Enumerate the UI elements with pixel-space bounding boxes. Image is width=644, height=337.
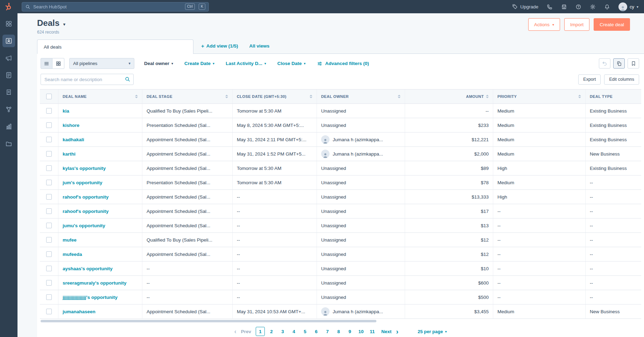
deal-name-link[interactable]: jumanahaseen — [63, 309, 95, 314]
deal-name-link[interactable]: mufee — [63, 237, 77, 243]
phone-icon[interactable] — [547, 4, 553, 10]
row-checkbox[interactable] — [46, 108, 52, 114]
filter-create-date[interactable]: Create Date▾ — [184, 61, 214, 66]
edit-columns-button[interactable]: Edit columns — [604, 74, 639, 85]
row-checkbox[interactable] — [46, 251, 52, 257]
row-checkbox[interactable] — [46, 122, 52, 128]
horizontal-scrollbar[interactable] — [41, 320, 641, 323]
notifications-icon[interactable] — [604, 4, 610, 10]
save-view-button[interactable] — [628, 58, 639, 69]
undo-button[interactable] — [599, 58, 610, 69]
page-button-8[interactable]: 8 — [334, 327, 343, 336]
column-header-amount[interactable]: AMOUNT — [405, 89, 493, 103]
column-header-deal-name[interactable]: DEAL NAME — [58, 89, 142, 103]
sidebar-item-grid[interactable] — [2, 17, 15, 30]
row-checkbox[interactable] — [46, 151, 52, 157]
global-search-input[interactable]: Search HubSpot Ctrl K — [22, 2, 209, 12]
chevron-down-icon: ▾ — [304, 62, 305, 65]
next-button[interactable]: Next — [381, 329, 391, 334]
deal-name-link[interactable]: mufeeda — [63, 252, 82, 257]
row-checkbox[interactable] — [46, 180, 52, 185]
import-button[interactable]: Import — [564, 18, 589, 31]
page-title-group[interactable]: Deals ▾ 624 records — [37, 18, 65, 35]
close-date-cell: -- — [233, 276, 317, 290]
deal-name-link[interactable]: jumu's opportunity — [63, 223, 105, 228]
page-button-10[interactable]: 10 — [356, 327, 366, 336]
row-checkbox[interactable] — [46, 223, 52, 228]
deal-name-link[interactable]: jjjjjjjjjjjjjjjjjj's opportunity — [63, 295, 118, 300]
row-checkbox[interactable] — [46, 208, 52, 214]
settings-icon[interactable] — [590, 4, 596, 10]
deals-card: All pipelines ▾ Deal owner▾ Create Date▾… — [37, 54, 644, 337]
row-checkbox[interactable] — [46, 280, 52, 286]
add-view-button[interactable]: + Add view (1/5) — [201, 43, 238, 49]
table-search-input[interactable] — [41, 74, 134, 85]
deal-name-link[interactable]: rahoof's opportunity — [63, 194, 108, 200]
page-button-1[interactable]: 1 — [256, 327, 265, 336]
sidebar-item-crm[interactable] — [2, 35, 15, 47]
deal-name-link[interactable]: karthi — [63, 151, 76, 157]
chevron-right-icon[interactable]: › — [396, 328, 398, 335]
deal-name-link[interactable]: kishore — [63, 123, 79, 128]
column-header-close-date[interactable]: CLOSE DATE (GMT+5:30) — [233, 89, 317, 103]
column-header-deal-owner[interactable]: DEAL OWNER — [317, 89, 405, 103]
sidebar-item-automations[interactable] — [2, 103, 15, 116]
tab-all-deals[interactable]: All deals — [37, 40, 193, 54]
deal-owner-cell: Unassigned — [317, 190, 405, 204]
page-button-4[interactable]: 4 — [289, 327, 298, 336]
deal-name-link[interactable]: rahoof's opportunity — [63, 209, 108, 214]
row-checkbox[interactable] — [46, 309, 52, 314]
deal-name-link[interactable]: kia — [63, 108, 69, 114]
deal-name-link[interactable]: kadhakali — [63, 137, 84, 142]
hubspot-logo[interactable] — [0, 2, 17, 11]
sidebar-item-marketing[interactable] — [2, 52, 15, 64]
page-button-7[interactable]: 7 — [323, 327, 332, 336]
export-button[interactable]: Export — [578, 74, 601, 85]
board-view-button[interactable] — [52, 58, 64, 69]
deal-name-link[interactable]: sreeragmuraly's opportunity — [63, 280, 127, 286]
all-views-link[interactable]: All views — [249, 43, 270, 49]
row-checkbox[interactable] — [46, 237, 52, 243]
prev-button[interactable]: Prev — [241, 329, 251, 334]
sidebar-item-library[interactable] — [2, 137, 15, 150]
column-header-priority[interactable]: PRIORITY — [493, 89, 586, 103]
filter-last-activity-date[interactable]: Last Activity D...▾ — [226, 61, 266, 66]
filter-deal-owner[interactable]: Deal owner▾ — [144, 61, 173, 66]
filter-close-date[interactable]: Close Date▾ — [277, 61, 306, 66]
create-deal-button[interactable]: Create deal — [594, 18, 630, 31]
page-button-9[interactable]: 9 — [345, 327, 354, 336]
page-button-3[interactable]: 3 — [278, 327, 287, 336]
sidebar-item-commerce[interactable] — [2, 86, 15, 99]
page-button-2[interactable]: 2 — [267, 327, 276, 336]
column-header-deal-stage[interactable]: DEAL STAGE — [142, 89, 233, 103]
column-header-deal-type[interactable]: DEAL TYPE — [586, 89, 641, 103]
scrollbar-thumb[interactable] — [41, 320, 376, 322]
upgrade-button[interactable]: Upgrade — [512, 4, 538, 9]
row-checkbox[interactable] — [46, 165, 52, 171]
advanced-filters-button[interactable]: Advanced filters (0) — [317, 61, 369, 66]
help-icon[interactable] — [575, 4, 581, 10]
sidebar-item-reporting[interactable] — [2, 120, 15, 133]
row-checkbox[interactable] — [46, 137, 52, 142]
actions-button[interactable]: Actions ▾ — [528, 18, 560, 31]
chevron-left-icon[interactable]: ‹ — [234, 328, 236, 335]
deal-name-link[interactable]: jum's opportunity — [63, 180, 102, 185]
deal-type-cell: -- — [586, 233, 641, 247]
pipeline-select[interactable]: All pipelines ▾ — [69, 58, 134, 69]
select-all-checkbox[interactable] — [46, 94, 52, 99]
page-button-11[interactable]: 11 — [368, 327, 377, 336]
row-checkbox[interactable] — [46, 266, 52, 271]
deal-name-link[interactable]: kylas's opportunity — [63, 166, 106, 171]
copy-view-button[interactable] — [613, 58, 625, 69]
row-checkbox[interactable] — [46, 294, 52, 300]
deal-owner-cell: Unassigned — [317, 290, 405, 304]
row-checkbox[interactable] — [46, 194, 52, 200]
page-button-5[interactable]: 5 — [300, 327, 310, 336]
deal-name-link[interactable]: ayshaas's opportunity — [63, 266, 113, 271]
page-button-6[interactable]: 6 — [312, 327, 321, 336]
marketplace-icon[interactable] — [561, 4, 567, 10]
sidebar-item-content[interactable] — [2, 69, 15, 81]
list-view-button[interactable] — [41, 58, 52, 69]
user-menu[interactable]: cy ▾ — [618, 2, 638, 11]
per-page-select[interactable]: 25 per page ▾ — [418, 329, 447, 334]
